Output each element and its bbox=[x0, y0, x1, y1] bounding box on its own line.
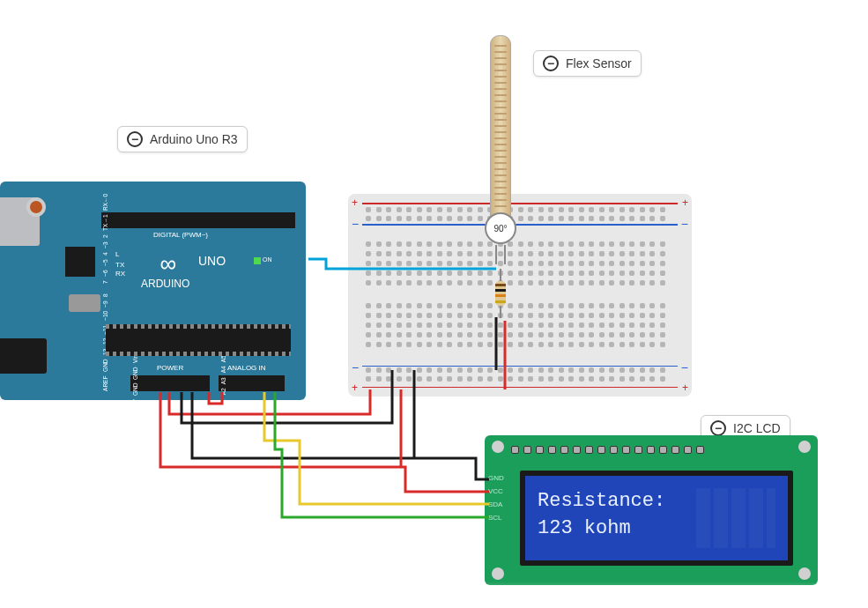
arduino-tx-label: TX bbox=[115, 261, 124, 269]
breadboard-bot-pos-rail bbox=[362, 387, 678, 389]
arduino-label-text: Arduino Uno R3 bbox=[150, 132, 238, 146]
arduino-power-jack bbox=[0, 338, 47, 374]
arduino-atmega-chip bbox=[106, 328, 291, 352]
arduino-rx-label: RX bbox=[115, 270, 125, 278]
rail-minus-icon: − bbox=[681, 217, 688, 231]
breadboard-top-pos-rail bbox=[362, 203, 678, 204]
lcd-header-pins bbox=[511, 446, 704, 454]
arduino-on-led bbox=[254, 257, 261, 264]
rail-plus-icon: + bbox=[352, 382, 358, 394]
lcd-screw bbox=[798, 441, 811, 453]
arduino-label-bubble[interactable]: − Arduino Uno R3 bbox=[117, 126, 248, 152]
resistor-component[interactable] bbox=[495, 276, 506, 311]
wire-lcd-scl bbox=[275, 392, 489, 517]
arduino-header-analog[interactable] bbox=[219, 375, 285, 391]
arduino-logo: ∞ ARDUINO bbox=[141, 250, 189, 290]
resistor-band-4 bbox=[495, 300, 506, 303]
rail-minus-icon: − bbox=[681, 360, 688, 374]
arduino-reset-button[interactable] bbox=[26, 197, 46, 217]
flex-sensor-pattern bbox=[494, 41, 507, 207]
lcd-module[interactable]: GND VCC SDA SCL Resistance: 123 kohm bbox=[485, 435, 818, 585]
collapse-icon[interactable]: − bbox=[710, 420, 726, 436]
breadboard-bot-neg-rail bbox=[362, 366, 678, 367]
flex-sensor-label-text: Flex Sensor bbox=[566, 56, 632, 70]
collapse-icon[interactable]: − bbox=[127, 131, 143, 147]
rail-plus-icon: + bbox=[682, 196, 688, 209]
wire-lcd-sda bbox=[264, 392, 489, 504]
breadboard[interactable]: + − + − − + − + bbox=[348, 194, 692, 397]
rail-plus-icon: + bbox=[352, 196, 358, 209]
resistor-band-2 bbox=[495, 289, 506, 292]
flex-sensor-angle-value: 90° bbox=[493, 224, 507, 234]
arduino-analog-label: ANALOG IN bbox=[227, 364, 266, 372]
flex-sensor-angle-knob[interactable]: 90° bbox=[485, 212, 516, 244]
lcd-i2c-pin-labels: GND VCC SDA SCL bbox=[488, 474, 504, 527]
arduino-power-pins: IOREFRESET3.3V5VGNDGNDVin bbox=[132, 355, 138, 465]
lcd-screen: Resistance: 123 kohm bbox=[520, 471, 793, 566]
wire-lcd-gnd bbox=[192, 392, 489, 479]
lcd-screw bbox=[492, 441, 504, 453]
lcd-screw bbox=[798, 567, 811, 580]
arduino-ic bbox=[65, 247, 95, 277]
rail-minus-icon: − bbox=[352, 217, 359, 231]
flex-sensor-label-bubble[interactable]: − Flex Sensor bbox=[533, 50, 642, 77]
arduino-power-label: POWER bbox=[157, 364, 183, 372]
canvas-edge bbox=[0, 582, 868, 608]
arduino-header-power[interactable] bbox=[130, 375, 210, 391]
wire-lcd-vcc bbox=[160, 392, 489, 492]
collapse-icon[interactable]: − bbox=[543, 56, 559, 71]
arduino-crystal bbox=[69, 294, 100, 312]
rail-minus-icon: − bbox=[352, 360, 359, 374]
flex-sensor-component[interactable] bbox=[490, 35, 511, 234]
resistor-band-1 bbox=[495, 284, 506, 286]
arduino-digital-label: DIGITAL (PWM~) bbox=[153, 231, 208, 239]
lcd-screw bbox=[492, 567, 504, 580]
arduino-l-label: L bbox=[115, 250, 119, 258]
arduino-header-digital[interactable] bbox=[101, 212, 295, 228]
arduino-uno-board[interactable]: ∞ ARDUINO UNO ON DIGITAL (PWM~) L TX RX … bbox=[0, 182, 306, 400]
arduino-analog-pins: A0A1A2A3A4A5 bbox=[220, 355, 226, 417]
arduino-top-pins: AREFGND1312~11~10~98 7~6~54~32TX→1RX←0 bbox=[102, 194, 108, 391]
lcd-label-text: I2C LCD bbox=[733, 421, 781, 435]
rail-plus-icon: + bbox=[682, 382, 688, 394]
arduino-model: UNO bbox=[198, 254, 226, 268]
arduino-on-text: ON bbox=[263, 256, 272, 263]
resistor-band-3 bbox=[495, 294, 506, 297]
